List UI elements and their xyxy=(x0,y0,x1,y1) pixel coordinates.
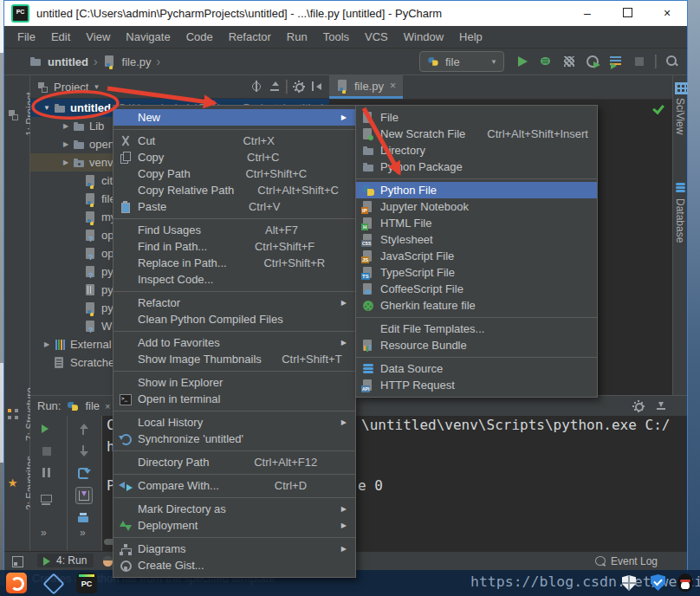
submenu-item[interactable]: JavaScript File xyxy=(356,248,597,264)
profiler-button[interactable] xyxy=(585,54,600,69)
debug-button[interactable] xyxy=(538,54,554,69)
menu-bar-item[interactable]: Refactor xyxy=(221,30,279,43)
taskbar-qq-penguin-icon[interactable] xyxy=(677,573,693,592)
context-menu-item[interactable]: Create Gist... xyxy=(113,557,355,573)
run-configuration-select[interactable]: file ▼ xyxy=(419,51,504,72)
locate-file-icon[interactable] xyxy=(250,80,263,94)
context-menu-item[interactable]: Copy Relative Path Ctrl+Alt+Shift+C xyxy=(113,182,355,198)
close-button[interactable]: × xyxy=(647,1,687,26)
context-menu-item[interactable] xyxy=(113,537,355,538)
context-menu-item[interactable]: Diagrams ▶ xyxy=(113,541,355,557)
context-menu-item[interactable]: Show in Explorer xyxy=(113,374,355,391)
menu-bar-item[interactable]: VCS xyxy=(357,30,396,43)
tree-expand-icon[interactable] xyxy=(60,140,72,148)
event-log-button[interactable]: Event Log xyxy=(593,554,658,568)
context-menu-item[interactable] xyxy=(113,331,355,332)
submenu-item[interactable]: Python Package xyxy=(356,159,597,175)
print-button[interactable] xyxy=(76,511,92,527)
submenu-item[interactable]: Resource Bundle xyxy=(356,337,597,353)
run-with-coverage-button[interactable] xyxy=(561,54,577,69)
down-stack-trace-button[interactable] xyxy=(76,444,92,459)
taskbar-virtualbox-icon[interactable] xyxy=(42,573,63,593)
table-grid-icon[interactable] xyxy=(675,82,688,94)
menu-bar-item[interactable]: Navigate xyxy=(118,30,178,43)
context-menu-item[interactable]: Replace in Path... Ctrl+Shift+R xyxy=(113,255,355,271)
submenu-item[interactable]: HTTP Request xyxy=(356,377,597,393)
maximize-button[interactable] xyxy=(607,1,647,26)
menu-bar-item[interactable]: Edit xyxy=(43,30,78,43)
pause-output-button[interactable] xyxy=(39,465,55,481)
context-menu-item[interactable]: Compare With... Ctrl+D xyxy=(113,477,355,494)
stop-button[interactable] xyxy=(39,444,55,459)
gear-icon[interactable] xyxy=(632,399,645,413)
submenu-item[interactable]: Directory xyxy=(356,142,597,159)
context-menu-item[interactable]: Inspect Code... xyxy=(113,271,355,288)
context-menu-item[interactable]: Mark Directory as ▶ xyxy=(113,501,355,517)
project-panel-title[interactable]: Project xyxy=(54,81,88,94)
submenu-item[interactable]: Edit File Templates... xyxy=(356,321,597,337)
tool-window-button-sciview[interactable]: SciView xyxy=(674,98,686,134)
run-button[interactable] xyxy=(515,54,530,69)
submenu-item[interactable]: New Scratch File Ctrl+Alt+Shift+Insert xyxy=(356,126,597,142)
concurrency-diagram-button[interactable] xyxy=(608,54,624,69)
menu-bar-item[interactable]: Window xyxy=(396,30,451,43)
run-tab-label[interactable]: file xyxy=(85,399,100,412)
stop-button[interactable] xyxy=(632,54,647,69)
context-menu-item[interactable]: Deployment ▶ xyxy=(113,517,355,534)
context-menu-item[interactable]: Cut Ctrl+X xyxy=(113,133,355,149)
context-menu-item[interactable] xyxy=(113,371,355,372)
submenu-item[interactable]: Data Source xyxy=(356,360,597,377)
context-menu-item[interactable]: Find in Path... Ctrl+Shift+F xyxy=(113,238,355,255)
context-menu-item[interactable]: Refactor ▶ xyxy=(113,295,355,311)
hide-panel-icon[interactable] xyxy=(310,80,324,94)
tree-expand-icon[interactable] xyxy=(41,104,53,112)
context-menu-item[interactable]: Copy Path Ctrl+Shift+C xyxy=(113,165,355,182)
menu-bar-item[interactable]: Code xyxy=(178,30,221,43)
context-menu-item[interactable] xyxy=(113,291,355,292)
submenu-item[interactable] xyxy=(356,317,597,318)
context-menu-item[interactable]: Clean Python Compiled Files xyxy=(113,311,355,327)
menu-bar-item[interactable]: Tools xyxy=(315,30,357,43)
search-everywhere-icon[interactable] xyxy=(664,54,680,69)
run-tab-close-icon[interactable]: × xyxy=(105,401,110,411)
toggle-toolwindows-icon[interactable] xyxy=(12,556,23,567)
rerun-button[interactable] xyxy=(39,422,55,437)
more-actions-chevron[interactable]: » xyxy=(80,527,86,539)
chevron-down-icon[interactable]: ▼ xyxy=(93,83,100,91)
context-menu-item[interactable]: Open in terminal xyxy=(113,391,355,407)
context-menu-item[interactable]: Find Usages Alt+F7 xyxy=(113,222,355,238)
tree-expand-icon[interactable] xyxy=(60,122,72,130)
context-menu-item[interactable] xyxy=(113,218,355,219)
menu-bar-item[interactable]: Run xyxy=(279,30,315,43)
taskbar-app-icon-orange[interactable] xyxy=(6,573,27,593)
menu-bar-item[interactable]: File xyxy=(10,30,43,43)
dock-panel-icon[interactable] xyxy=(654,399,668,413)
menu-bar-item[interactable]: Help xyxy=(451,30,490,43)
submenu-item[interactable]: Gherkin feature file xyxy=(356,297,597,314)
context-menu-item[interactable] xyxy=(113,450,355,451)
context-menu-item[interactable]: Synchronize 'untitled' xyxy=(113,431,355,447)
submenu-item[interactable]: Python File xyxy=(356,182,597,198)
editor-tab-file-py[interactable]: file.py × xyxy=(329,75,403,99)
context-menu-item[interactable] xyxy=(113,129,355,130)
gear-icon[interactable] xyxy=(292,80,306,94)
tool-window-button-database[interactable]: Database xyxy=(674,198,686,243)
submenu-item[interactable]: Stylesheet xyxy=(356,231,597,248)
restore-layout-button[interactable] xyxy=(76,465,92,481)
minimize-button[interactable]: – xyxy=(567,1,607,26)
submenu-item[interactable]: File xyxy=(356,109,597,126)
context-menu-item[interactable]: Add to Favorites ▶ xyxy=(113,334,355,351)
submenu-item[interactable]: TypeScript File xyxy=(356,264,597,281)
tree-expand-icon[interactable] xyxy=(41,340,53,348)
context-menu-item[interactable] xyxy=(113,497,355,498)
context-menu-item[interactable]: Local History ▶ xyxy=(113,414,355,431)
breadcrumb-project[interactable]: untitled xyxy=(48,55,88,68)
context-menu-item[interactable] xyxy=(113,474,355,475)
submenu-item[interactable]: HTML File xyxy=(356,215,597,231)
submenu-item[interactable] xyxy=(356,178,597,179)
submenu-item[interactable]: CoffeeScript File xyxy=(356,281,597,297)
menu-bar-item[interactable]: View xyxy=(78,30,118,43)
database-icon[interactable] xyxy=(674,181,688,195)
context-menu-item[interactable]: New ▶ xyxy=(113,109,355,126)
run-toolwindow-button[interactable]: 4: Run xyxy=(37,554,94,567)
